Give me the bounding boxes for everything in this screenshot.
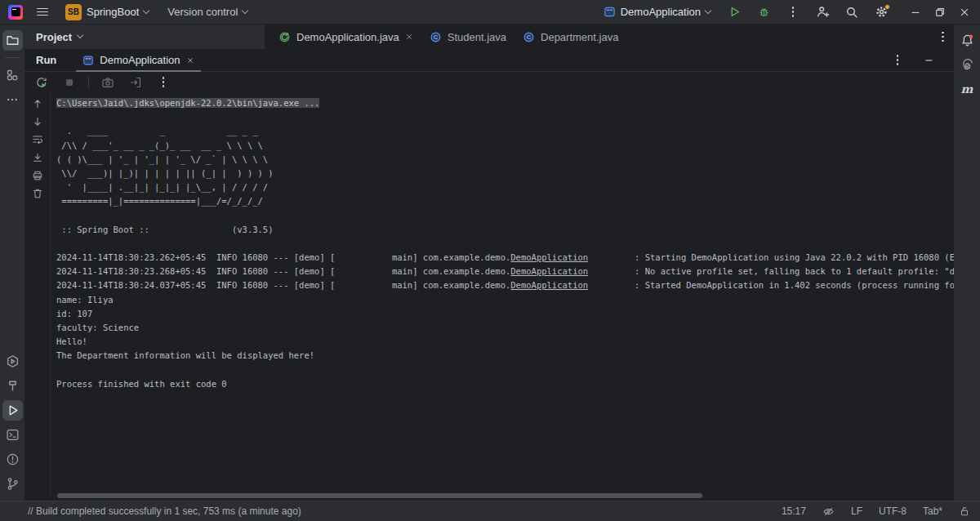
up-stack-trace-button[interactable] — [29, 96, 46, 110]
tab-department-java[interactable]: C Department.java — [514, 24, 626, 49]
svg-text:C: C — [527, 33, 532, 41]
close-run-tab-icon[interactable] — [186, 56, 194, 65]
sidebar-item-terminal[interactable] — [2, 425, 23, 445]
debug-button[interactable] — [755, 3, 773, 21]
bell-icon — [960, 33, 974, 47]
stop-button[interactable] — [60, 73, 78, 91]
console-text: 2024-11-14T18:30:24.037+05:45 INFO 16080… — [56, 280, 510, 290]
console-line: /\\ / ___'_ __ _ _(_)_ __ __ _ \ \ \ \ — [56, 139, 954, 153]
encoding-widget[interactable]: UTF-8 — [879, 505, 906, 517]
java-class-icon: C — [430, 31, 442, 43]
rerun-button[interactable] — [33, 73, 51, 91]
vcs-label: Version control — [167, 6, 238, 18]
console-line: 2024-11-14T18:30:23.268+05:45 INFO 16080… — [56, 265, 954, 278]
right-tool-stripe: m — [954, 24, 980, 501]
sidebar-item-build[interactable] — [2, 376, 23, 396]
console-text: : Started DemoApplication in 1.402 secon… — [588, 280, 954, 290]
run-button[interactable] — [725, 3, 743, 21]
sidebar-item-more-tools[interactable] — [2, 90, 23, 110]
line-separator-widget[interactable]: LF — [851, 505, 862, 517]
build-status-message[interactable]: // Build completed successfully in 1 sec… — [28, 505, 301, 517]
console-line — [56, 363, 954, 377]
run-tab-label: DemoApplication — [100, 54, 180, 66]
chevron-down-icon — [143, 7, 149, 13]
run-configuration-selector[interactable]: DemoApplication — [600, 3, 714, 20]
cursor-position-widget[interactable]: 15:17 — [782, 505, 806, 517]
ide-window: SB SpringBoot Version control DemoApplic… — [0, 0, 980, 521]
hide-run-panel-button[interactable] — [920, 51, 938, 69]
soft-wrap-button[interactable] — [29, 132, 46, 146]
thread-dump-camera-button[interactable] — [99, 73, 117, 91]
close-button[interactable] — [956, 3, 973, 21]
run-config-name: DemoApplication — [621, 6, 701, 18]
console-text: /\\ / ___'_ __ _ _(_)_ __ __ _ \ \ \ \ — [56, 140, 263, 150]
horizontal-scrollbar[interactable] — [57, 493, 702, 498]
tab-list-button[interactable] — [932, 24, 954, 49]
run-window-icon — [6, 403, 20, 417]
console-line: 2024-11-14T18:30:23.262+05:45 INFO 16080… — [56, 251, 954, 265]
sidebar-item-services[interactable] — [2, 351, 23, 372]
toolbar-more-button[interactable] — [154, 73, 172, 91]
scroll-to-end-button[interactable] — [29, 150, 46, 164]
console-line — [56, 110, 954, 124]
sidebar-item-run[interactable] — [2, 400, 23, 421]
console-text: 2024-11-14T18:30:23.268+05:45 INFO 16080… — [56, 266, 510, 276]
console-line: ( ( )\___ | '_ | '_| | '_ \/ _` | \ \ \ … — [56, 153, 954, 167]
minimize-button[interactable] — [906, 3, 924, 21]
lock-open-icon — [959, 505, 970, 517]
sidebar-item-structure[interactable] — [2, 65, 23, 86]
indent-widget[interactable]: Tab* — [923, 505, 942, 517]
highlighting-level-widget[interactable] — [822, 505, 835, 518]
close-tab-icon[interactable] — [405, 33, 413, 41]
run-tab-demoapplication[interactable]: DemoApplication — [74, 49, 202, 71]
exit-process-button[interactable] — [127, 73, 145, 91]
console-line: . ____ _ __ _ _ — [56, 124, 954, 138]
tab-label: DemoApplication.java — [296, 31, 399, 43]
clear-all-button[interactable] — [29, 186, 46, 200]
restore-button[interactable] — [931, 3, 949, 21]
console-text: faculty: Science — [56, 323, 139, 332]
sidebar-item-maven[interactable]: m — [957, 79, 978, 100]
vcs-selector[interactable]: Version control — [164, 3, 251, 20]
search-everywhere-button[interactable] — [843, 3, 861, 21]
project-name: SpringBoot — [87, 6, 139, 18]
folder-icon — [6, 33, 20, 47]
console-link[interactable]: DemoApplication — [510, 252, 588, 262]
tab-student-java[interactable]: C Student.java — [421, 24, 514, 49]
console-line: 2024-11-14T18:30:24.037+05:45 INFO 16080… — [56, 278, 954, 292]
run-panel-options-button[interactable] — [889, 51, 906, 69]
problems-icon — [6, 452, 20, 466]
sidebar-item-version-control[interactable] — [2, 474, 23, 494]
chevron-down-icon — [77, 32, 83, 38]
console-link[interactable]: DemoApplication — [510, 280, 588, 290]
console-line: :: Spring Boot :: (v3.3.5) — [56, 223, 954, 237]
code-with-me-button[interactable] — [813, 3, 831, 21]
tab-demoapplication-java[interactable]: DemoApplication.java — [270, 24, 421, 49]
kebab-icon — [897, 55, 899, 65]
console-line: name: Iliya — [56, 293, 954, 307]
settings-button[interactable] — [872, 3, 890, 21]
console-link[interactable]: DemoApplication — [510, 266, 588, 276]
settings-notification-dot — [884, 4, 890, 10]
main-menu-icon[interactable] — [35, 5, 50, 20]
console-line: =========|_|==============|___/=/_/_/_/ — [56, 194, 954, 208]
write-access-widget[interactable] — [959, 505, 970, 517]
sidebar-item-notifications[interactable] — [957, 30, 978, 51]
project-badge: SB — [65, 4, 82, 20]
console-text: The Department information will be displ… — [56, 350, 314, 360]
console-line: The Department information will be displ… — [56, 349, 954, 363]
kebab-icon — [163, 77, 165, 87]
console-text: : No active profile set, falling back to… — [588, 266, 954, 276]
print-button[interactable] — [29, 168, 46, 182]
more-actions-button[interactable] — [784, 3, 802, 21]
sidebar-item-problems[interactable] — [2, 449, 23, 470]
console-text: :: Spring Boot :: (v3.3.5) — [56, 225, 274, 234]
selected-tab-indicator — [76, 70, 200, 72]
sidebar-item-spring[interactable] — [957, 55, 978, 75]
sidebar-item-project[interactable] — [2, 30, 23, 51]
down-stack-trace-button[interactable] — [29, 114, 46, 128]
project-panel-header[interactable]: Project — [24, 24, 265, 49]
console-line: C:\Users\Jaid\.jdks\openjdk-22.0.2\bin\j… — [56, 96, 954, 110]
title-bar: SB SpringBoot Version control DemoApplic… — [0, 0, 980, 24]
project-selector[interactable]: SB SpringBoot — [62, 2, 152, 23]
